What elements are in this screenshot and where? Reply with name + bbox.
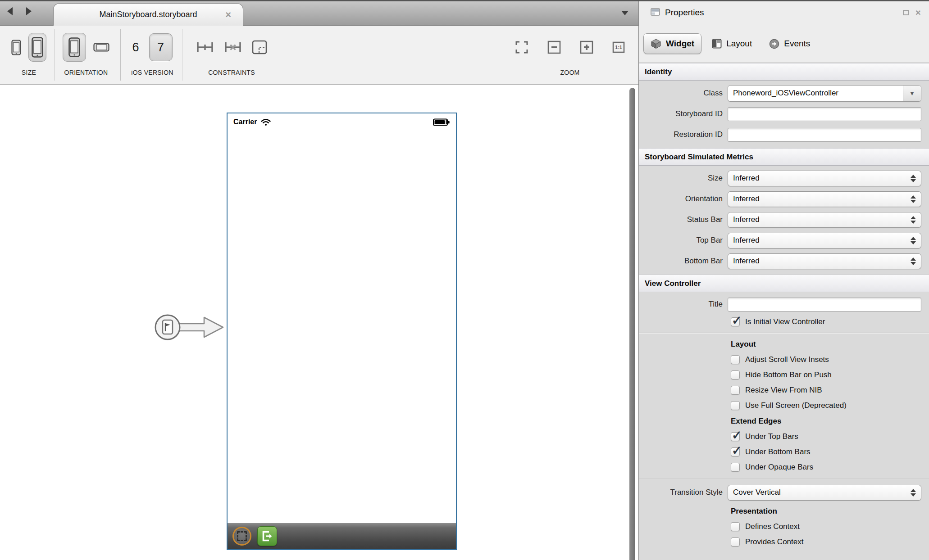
transition-style-row: Transition Style Cover Vertical	[639, 482, 929, 503]
defines-context-row: Defines Context	[639, 519, 929, 534]
tab-widget[interactable]: Widget	[643, 33, 701, 54]
exit-segue-icon[interactable]	[257, 526, 277, 546]
under-bottom-bars-checkbox[interactable]	[731, 447, 740, 456]
carrier-label: Carrier	[233, 118, 257, 126]
defines-context-checkbox[interactable]	[731, 522, 740, 531]
toolbar-separator	[182, 29, 182, 81]
zoom-out-icon[interactable]	[547, 41, 561, 54]
section-header-view-controller: View Controller	[639, 275, 929, 292]
toolbar-group-label: ZOOM	[560, 69, 579, 76]
stepper-arrows-icon	[911, 175, 916, 182]
combobox-dropdown-icon[interactable]: ▼	[903, 86, 921, 101]
frame-constraint-icon[interactable]	[252, 40, 267, 54]
hide-bottom-bar-on-push-row: Hide Bottom Bar on Push	[639, 367, 929, 383]
tab-close-icon[interactable]: ×	[225, 10, 231, 20]
tab-layout[interactable]: Layout	[705, 34, 759, 53]
under-opaque-bars-checkbox[interactable]	[731, 463, 740, 472]
under-top-bars-row: Under Top Bars	[639, 429, 929, 444]
hide-bottom-bar-on-push-checkbox[interactable]	[731, 370, 740, 379]
status-bar-select[interactable]: Inferred	[728, 212, 921, 228]
ios-version-7-button-selected[interactable]: 7	[149, 33, 173, 61]
stepper-arrows-icon	[911, 237, 916, 244]
canvas-vertical-scrollbar[interactable]	[629, 88, 635, 560]
layout-subheading: Layout	[639, 336, 929, 352]
orientation-select[interactable]: Inferred	[728, 191, 921, 207]
fit-to-window-icon[interactable]	[515, 41, 528, 54]
status-bar-row: Status Bar Inferred	[639, 209, 929, 230]
simulated-status-bar: Carrier	[228, 113, 456, 131]
properties-tab-strip: Widget Layout Events	[639, 25, 929, 63]
storyboard-canvas[interactable]: Carrier	[0, 85, 638, 560]
panel-title: Properties	[665, 8, 704, 18]
orientation-row: Orientation Inferred	[639, 189, 929, 209]
restoration-id-row: Restoration ID	[639, 124, 929, 145]
initial-view-controller-checkbox[interactable]	[731, 317, 740, 326]
iphone-view-controller[interactable]: Carrier	[227, 113, 457, 550]
tab-title: MainStoryboard.storyboard	[99, 10, 197, 19]
zoom-in-icon[interactable]	[580, 41, 593, 54]
properties-pad-icon	[651, 8, 660, 17]
restoration-id-field[interactable]	[728, 128, 921, 142]
dashed-view-icon	[237, 531, 247, 541]
remove-constraint-icon[interactable]	[224, 41, 242, 54]
stepper-arrows-icon	[911, 195, 916, 203]
storyboard-id-field[interactable]	[728, 107, 921, 121]
panel-close-icon[interactable]: ×	[915, 8, 921, 17]
events-arrow-icon	[769, 39, 779, 49]
storyboard-designer-window: MainStoryboard.storyboard ×	[0, 0, 929, 560]
title-row: Title	[639, 294, 929, 314]
top-bar-row: Top Bar Inferred	[639, 230, 929, 251]
actual-size-icon[interactable]: 1:1	[612, 41, 625, 53]
bottom-bar-select[interactable]: Inferred	[728, 253, 921, 269]
group-separator	[639, 333, 929, 333]
initial-view-controller-arrow[interactable]	[151, 301, 228, 354]
stepper-arrows-icon	[911, 216, 916, 224]
iphone-large-button-selected[interactable]	[28, 33, 46, 62]
designer-toolbar: SIZE ORIENTATION	[0, 26, 638, 85]
portrait-orientation-button-selected[interactable]	[63, 33, 86, 62]
landscape-phone-icon[interactable]	[93, 43, 109, 52]
tab-events[interactable]: Events	[762, 34, 817, 54]
navigate-back-button[interactable]	[7, 7, 13, 15]
under-bottom-bars-row: Under Bottom Bars	[639, 444, 929, 460]
storyboard-id-label: Storyboard ID	[639, 109, 728, 118]
top-bar-select[interactable]: Inferred	[728, 233, 921, 248]
panel-dock-icon[interactable]	[903, 10, 909, 15]
iphone-large-icon	[32, 37, 43, 58]
restoration-id-label: Restoration ID	[639, 130, 728, 139]
transition-style-select[interactable]: Cover Vertical	[728, 485, 921, 501]
class-combobox[interactable]: Phoneword_iOSViewController ▼	[728, 85, 921, 102]
tab-overflow-caret-icon[interactable]	[621, 11, 628, 15]
under-opaque-bars-row: Under Opaque Bars	[639, 460, 929, 475]
toolbar-group-zoom: 1:1 ZOOM	[505, 26, 635, 84]
resize-view-from-nib-checkbox[interactable]	[731, 386, 740, 395]
view-controller-badge-icon[interactable]	[232, 527, 251, 546]
under-top-bars-checkbox[interactable]	[731, 432, 740, 441]
navigate-forward-button[interactable]	[26, 7, 32, 15]
stepper-arrows-icon	[911, 257, 916, 265]
scrollbar-thumb[interactable]	[629, 88, 635, 560]
use-full-screen-checkbox[interactable]	[731, 401, 740, 410]
title-field[interactable]	[728, 298, 921, 312]
toolbar-group-size: SIZE	[5, 26, 52, 84]
properties-panel: Properties × Widget	[638, 0, 929, 560]
ios-version-6-button[interactable]: 6	[132, 41, 139, 54]
cube-icon	[651, 38, 661, 49]
tab-mainstoryboard[interactable]: MainStoryboard.storyboard ×	[53, 3, 243, 26]
provides-context-row: Provides Context	[639, 534, 929, 550]
iphone-small-icon[interactable]	[11, 40, 21, 55]
use-full-screen-row: Use Full Screen (Deprecated)	[639, 398, 929, 413]
add-width-constraint-icon[interactable]	[196, 41, 214, 54]
properties-panel-top: Properties × Widget	[639, 0, 929, 63]
provides-context-checkbox[interactable]	[731, 537, 740, 546]
toolbar-group-label: iOS VERSION	[131, 69, 173, 76]
view-controller-dock-bar	[228, 523, 456, 549]
document-tab-bar: MainStoryboard.storyboard ×	[0, 0, 638, 26]
group-separator	[639, 478, 929, 479]
size-select[interactable]: Inferred	[728, 171, 921, 186]
toolbar-group-constraints: CONSTRAINTS	[187, 26, 277, 84]
section-header-metrics: Storyboard Simulated Metrics	[639, 148, 929, 166]
adjust-scroll-view-insets-row: Adjust Scroll View Insets	[639, 352, 929, 367]
adjust-scroll-view-insets-checkbox[interactable]	[731, 355, 740, 364]
layout-panes-icon	[712, 39, 722, 49]
